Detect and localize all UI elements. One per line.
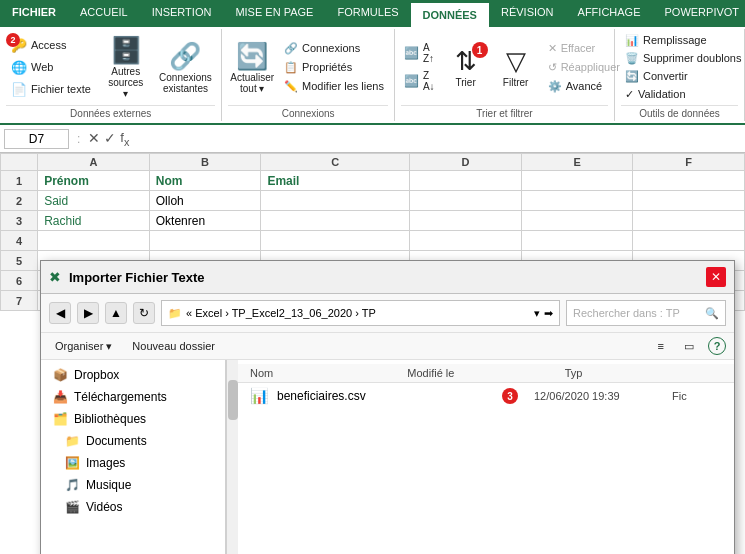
breadcrumb-nav-icon[interactable]: ➡ (544, 307, 553, 320)
convertir-button[interactable]: 🔄 Convertir (621, 68, 745, 85)
reappliquer-button[interactable]: ↺ Réappliquer (544, 59, 624, 76)
sidebar-item-dropbox[interactable]: 📦 Dropbox (41, 364, 225, 386)
cell-A3[interactable]: Rachid (38, 211, 150, 231)
access-button[interactable]: 🔑 Access 2 (6, 35, 96, 56)
cell-B4[interactable] (149, 231, 261, 251)
refresh-button[interactable]: ↻ (133, 302, 155, 324)
row-header-6[interactable]: 6 (1, 271, 38, 291)
cell-F1[interactable] (633, 171, 745, 191)
col-header-d[interactable]: D (410, 154, 522, 171)
cell-E2[interactable] (521, 191, 633, 211)
help-button[interactable]: ? (708, 337, 726, 355)
sidebar-item-bibliotheques[interactable]: 🗂️ Bibliothèques (41, 408, 225, 430)
trier-button[interactable]: ⇅ Trier 1 (444, 42, 488, 92)
row-header-7[interactable]: 7 (1, 291, 38, 311)
back-button[interactable]: ◀ (49, 302, 71, 324)
col-header-e[interactable]: E (521, 154, 633, 171)
cell-D3[interactable] (410, 211, 522, 231)
search-box[interactable]: Rechercher dans : TP 🔍 (566, 300, 726, 326)
col-header-type[interactable]: Typ (565, 367, 722, 379)
insert-function-icon[interactable]: fx (120, 130, 129, 148)
tab-affichage[interactable]: AFFICHAGE (566, 0, 653, 27)
filtrer-button[interactable]: ▽ Filtrer (494, 42, 538, 92)
cell-F3[interactable] (633, 211, 745, 231)
avance-button[interactable]: ⚙️ Avancé (544, 78, 624, 95)
tab-insertion[interactable]: INSERTION (140, 0, 224, 27)
tab-donnees[interactable]: DONNÉES (411, 0, 489, 27)
sidebar-item-musique[interactable]: 🎵 Musique (41, 474, 225, 496)
confirm-formula-icon[interactable]: ✓ (104, 130, 116, 148)
formula-bar: : ✕ ✓ fx (0, 125, 745, 153)
breadcrumb[interactable]: 📁 « Excel › TP_Excel2_13_06_2020 › TP ▾ … (161, 300, 560, 326)
cell-C1[interactable]: Email (261, 171, 410, 191)
web-button[interactable]: 🌐 Web (6, 57, 96, 78)
sidebar-item-telechargements[interactable]: 📥 Téléchargements (41, 386, 225, 408)
file-row-beneficiaires[interactable]: 📊 beneficiaires.csv 3 12/06/2020 19:39 F… (238, 383, 734, 409)
cell-C2[interactable] (261, 191, 410, 211)
connexions-existantes-button[interactable]: 🔗 Connexionsexistantes (156, 37, 216, 98)
row-header-2[interactable]: 2 (1, 191, 38, 211)
row-header-1[interactable]: 1 (1, 171, 38, 191)
connexions-button[interactable]: 🔗 Connexions (280, 40, 388, 57)
cell-A2[interactable]: Said (38, 191, 150, 211)
effacer-button[interactable]: ✕ Effacer (544, 40, 624, 57)
sort-za-button[interactable]: 🔤 ZA↓ (401, 68, 438, 94)
cell-A4[interactable] (38, 231, 150, 251)
sidebar-item-images[interactable]: 🖼️ Images (41, 452, 225, 474)
proprietes-button[interactable]: 📋 Propriétés (280, 59, 388, 76)
supprimer-button[interactable]: 🗑️ Supprimer doublons (621, 50, 745, 67)
cell-C3[interactable] (261, 211, 410, 231)
autres-sources-button[interactable]: 🗄️ Autressources ▾ (100, 31, 152, 103)
tab-powerpivot[interactable]: POWERPIVOT (653, 0, 746, 27)
dialog-titlebar: ✖ Importer Fichier Texte ✕ (41, 261, 734, 294)
col-header-c[interactable]: C (261, 154, 410, 171)
row-header-3[interactable]: 3 (1, 211, 38, 231)
tab-revision[interactable]: RÉVISION (489, 0, 566, 27)
cell-B1[interactable]: Nom (149, 171, 261, 191)
breadcrumb-dropdown-icon[interactable]: ▾ (534, 307, 540, 320)
col-header-name[interactable]: Nom (250, 367, 407, 379)
cancel-formula-icon[interactable]: ✕ (88, 130, 100, 148)
view-icon-button[interactable]: ▭ (678, 338, 700, 355)
cell-D2[interactable] (410, 191, 522, 211)
cell-C4[interactable] (261, 231, 410, 251)
nouveau-dossier-button[interactable]: Nouveau dossier (126, 338, 221, 354)
cell-B2[interactable]: Olloh (149, 191, 261, 211)
tab-accueil[interactable]: ACCUEIL (68, 0, 140, 27)
up-button[interactable]: ▲ (105, 302, 127, 324)
name-box[interactable] (4, 129, 69, 149)
actualiser-tout-button[interactable]: 🔄 Actualisertout ▾ (228, 37, 276, 98)
col-header-f[interactable]: F (633, 154, 745, 171)
forward-button[interactable]: ▶ (77, 302, 99, 324)
cell-B3[interactable]: Oktenren (149, 211, 261, 231)
cell-E4[interactable] (521, 231, 633, 251)
cell-D1[interactable] (410, 171, 522, 191)
cell-D4[interactable] (410, 231, 522, 251)
fichier-texte-button[interactable]: 📄 Fichier texte (6, 79, 96, 100)
sidebar-item-videos[interactable]: 🎬 Vidéos (41, 496, 225, 518)
modifier-liens-button[interactable]: ✏️ Modifier les liens (280, 78, 388, 95)
cell-F4[interactable] (633, 231, 745, 251)
valider-button[interactable]: ✓ Validation (621, 86, 745, 103)
cell-F2[interactable] (633, 191, 745, 211)
view-details-button[interactable]: ≡ (652, 338, 670, 354)
cell-E1[interactable] (521, 171, 633, 191)
row-header-4[interactable]: 4 (1, 231, 38, 251)
sort-az-button[interactable]: 🔤 AZ↑ (401, 40, 438, 66)
tab-fichier[interactable]: FICHIER (0, 0, 68, 27)
col-header-a[interactable]: A (38, 154, 150, 171)
sidebar-scrollbar[interactable] (226, 360, 238, 554)
organiser-button[interactable]: Organiser ▾ (49, 338, 118, 355)
remplissage-button[interactable]: 📊 Remplissage (621, 32, 745, 49)
search-icon[interactable]: 🔍 (705, 307, 719, 320)
cell-E3[interactable] (521, 211, 633, 231)
formula-input[interactable] (133, 130, 741, 148)
tab-formules[interactable]: FORMULES (325, 0, 410, 27)
tab-mise-en-page[interactable]: MISE EN PAGE (223, 0, 325, 27)
sidebar-item-documents[interactable]: 📁 Documents (41, 430, 225, 452)
row-header-5[interactable]: 5 (1, 251, 38, 271)
cell-A1[interactable]: Prénom (38, 171, 150, 191)
col-header-b[interactable]: B (149, 154, 261, 171)
col-header-date[interactable]: Modifié le (407, 367, 564, 379)
dialog-close-button[interactable]: ✕ (706, 267, 726, 287)
